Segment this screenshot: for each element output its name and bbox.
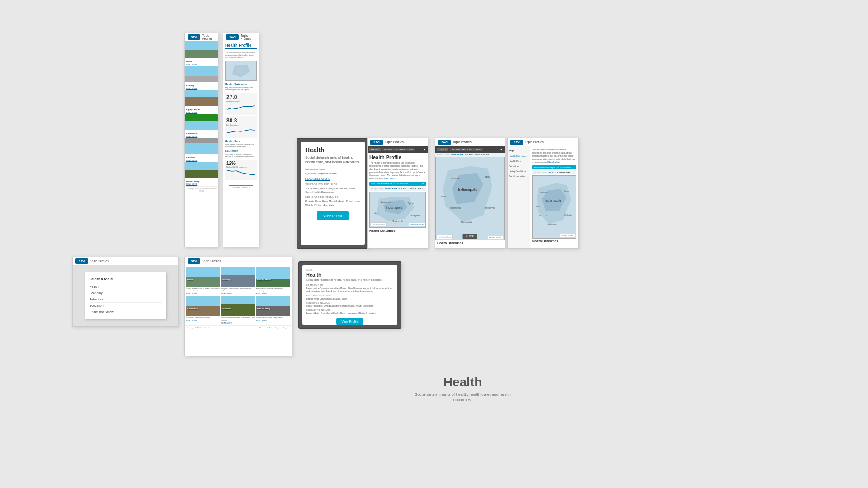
svg-text:Avon: Avon	[536, 206, 540, 207]
sidebar-health-outcomes[interactable]: Health Outcomes	[509, 154, 528, 159]
savi-logo-8: SAVI	[188, 258, 200, 264]
dropdown-icon[interactable]: ▼	[423, 148, 426, 151]
show-legend-btn-5[interactable]: SHOW LEGEND	[488, 236, 503, 239]
topic-health[interactable]: Health	[90, 284, 162, 290]
partner-label-9: PARTNER READING	[306, 294, 394, 297]
read-more-link[interactable]: Read More	[384, 177, 395, 180]
grid-economy[interactable]: Economy Progress on economic and workfor…	[221, 267, 255, 295]
detail-level-label-5: DETAIL LEVEL	[437, 154, 449, 156]
census-tract-6[interactable]: CENSUS TRACT	[557, 171, 571, 174]
community-driven: Community-Driven Regional Progress	[259, 327, 290, 329]
grid-safety-readmore[interactable]: READ MORE	[256, 319, 290, 322]
topic-selector-panel: Select a topic: Health Economy Behaviors…	[85, 272, 166, 319]
education-section: Education	[225, 150, 257, 152]
find-address-input-5[interactable]: find an address	[437, 235, 453, 239]
sidebar-behaviors[interactable]: Behaviors	[509, 164, 528, 169]
view-profile-btn-9[interactable]: View Profile	[336, 318, 364, 325]
svg-text:Lawrence: Lawrence	[450, 178, 460, 180]
grid-health-label: Health	[187, 278, 193, 281]
metro-area-option[interactable]: METRO AREA	[385, 188, 397, 190]
svg-text:Avon: Avon	[441, 196, 446, 198]
county-6[interactable]: COUNTY	[548, 171, 556, 174]
grid-education[interactable]: Education Educational attainment, perfor…	[221, 296, 255, 324]
show-legend-btn[interactable]: SHOW LEGEND	[409, 223, 425, 226]
census-tract-option-5[interactable]: CENSUS TRACT	[475, 154, 489, 156]
dropdown-icon-5[interactable]: ▼	[500, 148, 503, 151]
card6-desc: This dashboard shows key health outcomes…	[532, 148, 576, 164]
svg-text:Shelbyville: Shelbyville	[410, 215, 420, 217]
topic-economy[interactable]: Economy	[90, 290, 162, 296]
sidebar-health-care[interactable]: Health Care	[509, 159, 528, 164]
grid-equity-desc: Measures of financial stability and well…	[256, 287, 290, 292]
sidebar-social[interactable]: Social Inequities	[509, 174, 528, 178]
education-desc: Measures of physical stability and secur…	[225, 153, 257, 158]
read-more-6[interactable]: Read More	[548, 161, 560, 164]
topic-behaviors[interactable]: Behaviors	[90, 296, 162, 303]
subtopics-val-9: Social Inequities, Living Conditions, He…	[306, 305, 394, 307]
svg-text:Martinsville: Martinsville	[548, 224, 557, 225]
svg-text:Avon: Avon	[374, 212, 379, 215]
grid-env-readmore[interactable]: READ MORE	[186, 319, 220, 322]
svg-text:Shelbyville: Shelbyville	[485, 207, 495, 209]
topics-btn-5[interactable]: TOPICS	[437, 148, 448, 151]
sidebar-map[interactable]: Map	[509, 148, 528, 153]
viewing-label-5: VIEWING MARION COUNTY	[450, 148, 484, 151]
view-full-profile-btn[interactable]: VIEW FULL PROFILE	[229, 185, 253, 190]
close-button[interactable]: CLOSE	[462, 234, 477, 239]
svg-text:Tipton: Tipton	[407, 202, 414, 205]
indicator-bar-6: Adult Diabetes Deaths per 100,000 Popula…	[532, 165, 576, 169]
subtopics-value: Social Inequities, Living Conditions, He…	[305, 187, 360, 194]
health-outcomes-desc: Key health outcome indicators and monito…	[225, 86, 257, 91]
svg-text:Martinsville: Martinsville	[461, 221, 472, 224]
viewing-label: VIEWING MARION COUNTY	[382, 148, 416, 151]
grid-equity[interactable]: Equity & Assets Measures of financial st…	[256, 267, 290, 295]
detail-level-bar: DETAIL LEVEL METRO AREA COUNTY CENSUS TR…	[369, 187, 426, 191]
svg-text:Indianapolis: Indianapolis	[458, 188, 477, 192]
sidebar-living[interactable]: Living Conditions	[509, 169, 528, 174]
health-profile-title: Health Profile	[225, 43, 257, 49]
topic-crime[interactable]: Crime and Safety	[90, 309, 162, 315]
health-outcomes-label-4: Health Outcomes	[369, 229, 426, 232]
metro-option-5[interactable]: METRO AREA	[451, 154, 463, 156]
card-health-modal-small: Health Health Social determinants of hea…	[298, 261, 401, 329]
health-modal-small-inner: Health Health Social determinants of hea…	[302, 265, 397, 325]
find-address-input[interactable]: find an address	[371, 222, 387, 226]
header-subtitle-4: Topic Profiles	[385, 141, 404, 144]
indicators-val-9: Poverty Rate, Poor Mental Health Days, L…	[306, 312, 394, 314]
county-option[interactable]: COUNTY	[399, 188, 407, 190]
census-tract-option[interactable]: CENSUS TRACT	[409, 188, 423, 190]
topics-btn[interactable]: TOPICS	[369, 148, 381, 151]
grid-safety[interactable]: Health & Safety Crime statistics and saf…	[256, 296, 290, 324]
svg-text:Shelbyville: Shelbyville	[564, 214, 572, 216]
grid-edu-readmore[interactable]: READ MORE	[221, 322, 255, 324]
grid-safety-label: Health & Safety	[257, 307, 270, 310]
partner-val-9: Robert Wood Johnson Foundation, 2010	[306, 297, 394, 300]
view-profile-button[interactable]: View Profile	[317, 211, 349, 220]
stat-803: 80.3	[226, 117, 255, 124]
topic-education[interactable]: Education	[90, 303, 162, 309]
svg-text:Tipton: Tipton	[483, 176, 490, 178]
savi-logo-2: SAVI	[226, 34, 239, 40]
nav-bar-5: TOPICS VIEWING MARION COUNTY ▼	[435, 146, 505, 153]
county-option-5[interactable]: COUNTY	[465, 154, 473, 156]
health-outcomes-section: Health Outcomes	[225, 83, 257, 85]
grid-health[interactable]: Health Social determinants of health, he…	[186, 267, 220, 295]
show-legend-6[interactable]: SHOW LEGEND	[560, 234, 575, 237]
grid-equity-label: Equity & Assets	[257, 278, 271, 281]
modal-subtitle: Social determinants of health, health ca…	[305, 155, 360, 165]
card2-copyright: Copyright 2018 The Polis Center and IUPU…	[223, 247, 259, 247]
grid-economy-label: Economy	[222, 278, 230, 281]
hp-desc: The health of our communities has a comp…	[369, 161, 426, 180]
grid-edu-label: Education	[222, 307, 231, 310]
grid-health-readmore[interactable]: READ MORE	[186, 292, 220, 295]
grid-equity-readmore[interactable]: READ MORE	[256, 292, 290, 295]
header-title: Topic Profiles	[202, 34, 215, 40]
indicator-text: Adult Diabetes Deaths per 100,000 Popula…	[371, 183, 408, 185]
svg-text:Mooresville: Mooresville	[539, 215, 547, 217]
detail-level-6: DETAIL LEVEL	[534, 171, 546, 174]
grid-economy-readmore[interactable]: READ MORE	[221, 292, 255, 295]
framework-label-9: FRAMEWORK	[306, 284, 394, 286]
read-literature-link[interactable]: READ LITERATURE	[305, 178, 360, 180]
grid-environment[interactable]: Environment Air, water, and land conditi…	[186, 296, 220, 324]
grid-edu-desc: Educational attainment, performance, and…	[221, 316, 255, 321]
